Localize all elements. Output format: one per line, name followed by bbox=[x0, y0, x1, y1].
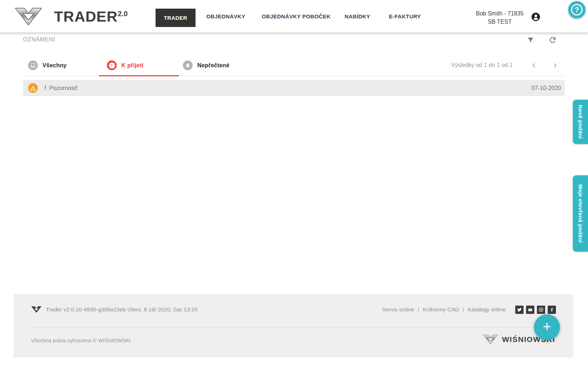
results-counter: Výsledky od 1 do 1 od 1 bbox=[451, 62, 513, 68]
tab-vsechny-label: Všechny bbox=[42, 62, 67, 69]
refresh-icon bbox=[548, 36, 557, 44]
wisniowski-crest-icon bbox=[483, 334, 498, 344]
brand-version: 2.0 bbox=[118, 10, 128, 18]
pagination-next-button[interactable] bbox=[551, 61, 559, 70]
tab-vsechny[interactable]: Všechny bbox=[28, 60, 67, 70]
wisniowski-crest-icon bbox=[14, 7, 42, 26]
youtube-icon[interactable] bbox=[526, 306, 534, 314]
trader-app-page: TRADER2.0 TRADER OBJEDNÁVKY OBJEDNÁVKY P… bbox=[0, 0, 588, 365]
pagination-prev-button[interactable] bbox=[530, 61, 538, 70]
link-separator: | bbox=[463, 306, 464, 313]
add-new-button[interactable]: + bbox=[534, 314, 560, 340]
footer-info-row: Trader v2.0.10-4830-g395a15eb Úterý, 8 z… bbox=[31, 304, 556, 315]
chevron-left-icon bbox=[530, 62, 538, 69]
plus-icon: + bbox=[543, 319, 551, 334]
brand-logo[interactable]: TRADER2.0 bbox=[14, 7, 128, 26]
instagram-icon[interactable] bbox=[537, 306, 545, 314]
notification-alert-mark: ! bbox=[44, 85, 46, 92]
chevron-right-icon bbox=[551, 62, 558, 69]
link-knihovny-cad[interactable]: Knihovny CAD bbox=[423, 306, 459, 313]
link-katalogy-online[interactable]: Katalogy online bbox=[468, 306, 506, 313]
brand-title: TRADER2.0 bbox=[54, 8, 128, 25]
filter-icon bbox=[526, 36, 535, 44]
side-button-nove-podani[interactable]: Nové podání bbox=[573, 100, 588, 144]
wisniowski-crest-small-icon bbox=[31, 306, 42, 313]
side-button-moje-otevrena-podani[interactable]: Moje otevřená podání bbox=[573, 175, 588, 252]
twitter-icon[interactable] bbox=[515, 306, 524, 314]
social-icons bbox=[515, 306, 556, 314]
warning-icon bbox=[28, 83, 38, 93]
question-mark-icon: ? bbox=[575, 5, 579, 14]
refresh-button[interactable] bbox=[548, 35, 557, 45]
tab-neprectene[interactable]: Nepřečtené bbox=[183, 60, 229, 70]
user-menu[interactable]: Bob Smith - 71835 SB TEST bbox=[470, 9, 529, 26]
active-tab-indicator bbox=[99, 75, 179, 76]
nav-tab-objednavky-pobocek[interactable]: OBJEDNÁVKY POBOČEK bbox=[262, 0, 331, 32]
tab-neprectene-label: Nepřečtené bbox=[197, 62, 229, 69]
page-title: OZNÁMENÍ bbox=[23, 36, 55, 43]
notification-title: Pozornost! bbox=[49, 85, 78, 91]
user-name: Bob Smith - 71835 bbox=[470, 9, 529, 18]
app-header: TRADER2.0 TRADER OBJEDNÁVKY OBJEDNÁVKY P… bbox=[0, 0, 588, 32]
nav-tab-efaktury[interactable]: E-FAKTURY bbox=[389, 0, 421, 32]
link-servis-online[interactable]: Servis online bbox=[382, 306, 414, 313]
inbox-icon bbox=[28, 60, 38, 70]
copyright-text: Všechna práva vyhrazena © WIŚNIOWSKI bbox=[31, 338, 131, 343]
tab-k-prijeti-label: K přijetí bbox=[121, 62, 143, 69]
bell-icon bbox=[183, 60, 193, 70]
account-avatar-icon[interactable] bbox=[531, 12, 541, 22]
footer: Trader v2.0.10-4830-g395a15eb Úterý, 8 z… bbox=[14, 294, 573, 357]
link-separator: | bbox=[418, 306, 419, 313]
user-account: SB TEST bbox=[470, 18, 529, 26]
notification-row[interactable]: ! Pozornost! 07-10-2020 bbox=[23, 80, 565, 96]
tab-k-prijeti[interactable]: ! K přijetí bbox=[107, 60, 143, 70]
nav-tab-trader[interactable]: TRADER bbox=[156, 9, 196, 27]
facebook-icon[interactable] bbox=[548, 306, 556, 314]
new-releases-icon: ! bbox=[107, 60, 117, 70]
footer-divider bbox=[31, 327, 556, 328]
nav-tab-objednavky[interactable]: OBJEDNÁVKY bbox=[206, 0, 245, 32]
help-button[interactable]: ? bbox=[568, 1, 585, 18]
footer-links: Servis online | Knihovny CAD | Katalogy … bbox=[382, 306, 506, 313]
app-version-text: Trader v2.0.10-4830-g395a15eb Úterý, 8 z… bbox=[46, 306, 198, 313]
nav-tab-nabidky[interactable]: NABÍDKY bbox=[345, 0, 370, 32]
filter-button[interactable] bbox=[526, 35, 535, 45]
notification-date: 07-10-2020 bbox=[531, 85, 561, 91]
